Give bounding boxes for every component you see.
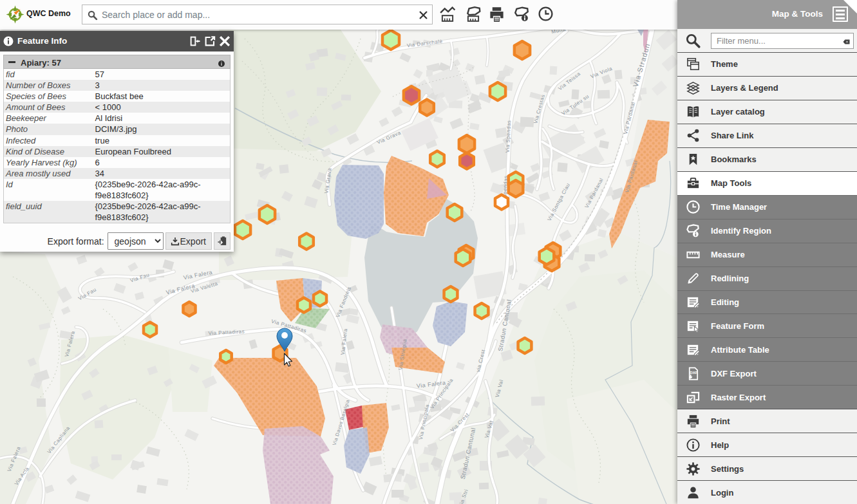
svg-text:DXF: DXF xyxy=(690,370,698,375)
